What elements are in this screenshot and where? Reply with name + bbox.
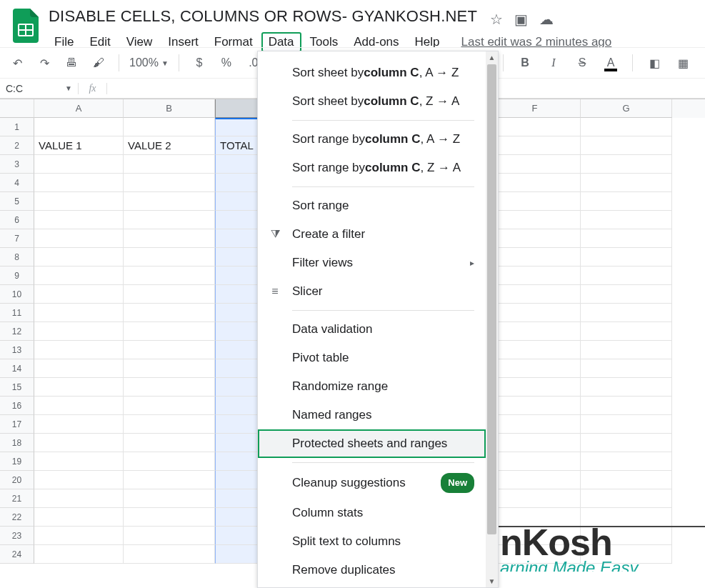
cell[interactable] [124, 452, 215, 471]
cell[interactable] [124, 192, 215, 211]
cell[interactable] [34, 452, 124, 471]
column-header-B[interactable]: B [124, 99, 215, 118]
row-header[interactable]: 6 [0, 211, 34, 229]
cell[interactable] [124, 174, 215, 192]
cell[interactable] [34, 434, 124, 452]
cell[interactable] [581, 471, 672, 489]
cell[interactable] [34, 489, 124, 508]
cell[interactable] [34, 471, 124, 489]
column-header-A[interactable]: A [34, 99, 124, 118]
cell[interactable] [34, 508, 124, 527]
menu-item-sort-sheet-za[interactable]: Sort sheet by column C, Z → A [258, 87, 486, 116]
cell[interactable] [581, 229, 672, 248]
cell[interactable] [489, 229, 581, 248]
cell[interactable] [489, 304, 581, 322]
menu-item-sort-range-za[interactable]: Sort range by column C, Z → A [258, 154, 486, 182]
column-header-G[interactable]: G [581, 99, 672, 118]
cell[interactable] [489, 341, 581, 359]
cell[interactable]: VALUE 1 [34, 136, 124, 155]
menu-item-randomize-range[interactable]: Randomize range [258, 372, 486, 401]
cell[interactable] [581, 211, 672, 229]
cell[interactable] [581, 304, 672, 322]
cloud-status-icon[interactable]: ☁ [539, 11, 554, 28]
cell[interactable] [124, 285, 215, 304]
cell[interactable] [489, 471, 581, 489]
undo-icon[interactable]: ↶ [7, 56, 27, 70]
scroll-up-icon[interactable]: ▲ [486, 51, 498, 64]
row-header[interactable]: 4 [0, 174, 34, 192]
cell[interactable] [489, 266, 581, 285]
cell[interactable] [489, 155, 581, 174]
cell[interactable] [581, 322, 672, 341]
cell[interactable] [124, 545, 215, 564]
cell[interactable] [581, 452, 672, 471]
row-header[interactable]: 11 [0, 304, 34, 322]
row-header[interactable]: 19 [0, 452, 34, 471]
cell[interactable] [581, 155, 672, 174]
cell[interactable] [581, 118, 672, 136]
cell[interactable] [489, 397, 581, 415]
cell[interactable] [34, 192, 124, 211]
cell[interactable] [581, 248, 672, 266]
menu-item-slicer[interactable]: ≡ Slicer [258, 277, 486, 306]
cell[interactable] [124, 397, 215, 415]
row-header[interactable]: 16 [0, 397, 34, 415]
row-header[interactable]: 13 [0, 341, 34, 359]
column-header-F[interactable]: F [489, 99, 581, 118]
cell[interactable] [124, 508, 215, 527]
cell[interactable] [489, 174, 581, 192]
move-icon[interactable]: ▣ [514, 11, 528, 28]
text-color-button[interactable]: A [604, 56, 617, 69]
name-box[interactable]: C:C ▼ [0, 83, 79, 94]
zoom-selector[interactable]: 100% ▼ [129, 56, 169, 69]
menu-scrollbar[interactable]: ▲ ▼ [486, 51, 498, 587]
row-header[interactable]: 24 [0, 545, 34, 564]
redo-icon[interactable]: ↷ [34, 56, 54, 70]
cell[interactable] [489, 415, 581, 434]
cell[interactable] [34, 415, 124, 434]
cell[interactable] [34, 174, 124, 192]
doc-title[interactable]: DISABLE CELLS, COLUMNS OR ROWS- GYANKOSH… [47, 6, 477, 27]
row-header[interactable]: 3 [0, 155, 34, 174]
scrollbar-thumb[interactable] [487, 64, 496, 534]
star-icon[interactable]: ☆ [490, 11, 503, 28]
cell[interactable] [489, 136, 581, 155]
cell[interactable] [34, 118, 124, 136]
cell[interactable] [34, 545, 124, 564]
cell[interactable] [124, 378, 215, 397]
row-header[interactable]: 10 [0, 285, 34, 304]
cell[interactable] [124, 489, 215, 508]
row-header[interactable]: 5 [0, 192, 34, 211]
cell[interactable] [34, 304, 124, 322]
row-header[interactable]: 2 [0, 136, 34, 155]
cell[interactable] [124, 527, 215, 545]
cell[interactable] [34, 285, 124, 304]
cell[interactable] [34, 527, 124, 545]
menu-item-split-text[interactable]: Split text to columns [258, 527, 486, 556]
cell[interactable] [581, 174, 672, 192]
menu-item-create-filter[interactable]: ⧩ Create a filter [258, 220, 486, 249]
cell[interactable] [34, 211, 124, 229]
paint-format-icon[interactable]: 🖌 [89, 56, 109, 69]
menu-item-column-stats[interactable]: Column stats [258, 499, 486, 527]
menu-item-sort-sheet-az[interactable]: Sort sheet by column C, A → Z [258, 59, 486, 87]
cell[interactable] [489, 527, 581, 545]
cell[interactable] [581, 285, 672, 304]
cell[interactable] [581, 136, 672, 155]
cell[interactable] [489, 434, 581, 452]
cell[interactable] [581, 489, 672, 508]
menu-item-filter-views[interactable]: Filter views ▸ [258, 249, 486, 277]
cell[interactable] [581, 378, 672, 397]
scroll-down-icon[interactable]: ▼ [486, 575, 498, 587]
cell[interactable] [581, 397, 672, 415]
cell[interactable] [124, 359, 215, 378]
merge-cells-icon[interactable]: ⇲ [701, 56, 705, 70]
menu-item-named-ranges[interactable]: Named ranges [258, 401, 486, 429]
cell[interactable] [489, 322, 581, 341]
cell[interactable] [124, 266, 215, 285]
print-icon[interactable]: 🖶 [61, 56, 81, 69]
row-header[interactable]: 14 [0, 359, 34, 378]
cell[interactable] [489, 211, 581, 229]
cell[interactable] [581, 434, 672, 452]
cell[interactable] [581, 266, 672, 285]
